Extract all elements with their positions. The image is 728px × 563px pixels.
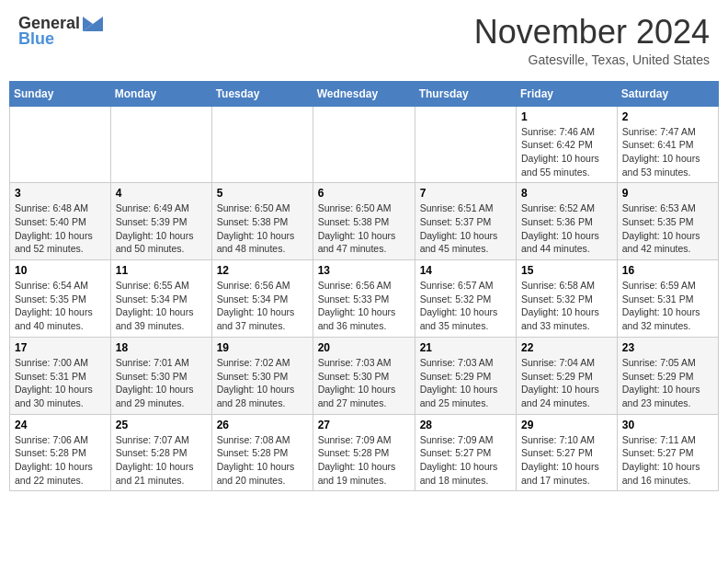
day-info: Sunrise: 6:55 AM Sunset: 5:34 PM Dayligh… xyxy=(116,279,207,333)
month-title: November 2024 xyxy=(474,14,710,51)
day-info: Sunrise: 6:52 AM Sunset: 5:36 PM Dayligh… xyxy=(521,201,612,256)
calendar-cell: 26Sunrise: 7:08 AM Sunset: 5:28 PM Dayli… xyxy=(211,414,313,491)
day-number: 21 xyxy=(420,341,511,354)
day-info: Sunrise: 7:09 AM Sunset: 5:27 PM Dayligh… xyxy=(420,433,511,488)
weekday-header: Friday xyxy=(517,81,618,106)
calendar-cell: 20Sunrise: 7:03 AM Sunset: 5:30 PM Dayli… xyxy=(313,337,415,414)
day-info: Sunrise: 6:57 AM Sunset: 5:32 PM Dayligh… xyxy=(420,279,511,333)
day-number: 10 xyxy=(15,264,106,277)
day-number: 17 xyxy=(15,341,106,354)
day-number: 24 xyxy=(15,419,106,431)
day-number: 19 xyxy=(217,341,308,354)
calendar-cell: 15Sunrise: 6:58 AM Sunset: 5:32 PM Dayli… xyxy=(517,260,618,338)
calendar-week-row: 10Sunrise: 6:54 AM Sunset: 5:35 PM Dayli… xyxy=(10,260,719,338)
calendar-week-row: 1Sunrise: 7:46 AM Sunset: 6:42 PM Daylig… xyxy=(10,106,719,183)
weekday-header: Sunday xyxy=(10,81,111,106)
calendar-cell xyxy=(110,106,211,183)
calendar-cell: 10Sunrise: 6:54 AM Sunset: 5:35 PM Dayli… xyxy=(10,260,111,338)
day-info: Sunrise: 7:09 AM Sunset: 5:28 PM Dayligh… xyxy=(318,433,410,488)
day-number: 28 xyxy=(420,419,511,431)
day-info: Sunrise: 7:06 AM Sunset: 5:28 PM Dayligh… xyxy=(15,433,106,488)
calendar-week-row: 17Sunrise: 7:00 AM Sunset: 5:31 PM Dayli… xyxy=(10,337,719,414)
day-info: Sunrise: 7:04 AM Sunset: 5:29 PM Dayligh… xyxy=(521,356,612,410)
calendar-cell: 24Sunrise: 7:06 AM Sunset: 5:28 PM Dayli… xyxy=(10,414,111,491)
calendar-body: 1Sunrise: 7:46 AM Sunset: 6:42 PM Daylig… xyxy=(10,106,719,491)
day-info: Sunrise: 6:58 AM Sunset: 5:32 PM Dayligh… xyxy=(521,279,612,333)
page-header: General Blue November 2024 Gatesville, T… xyxy=(9,9,719,72)
day-info: Sunrise: 6:59 AM Sunset: 5:31 PM Dayligh… xyxy=(622,279,713,333)
calendar-cell: 22Sunrise: 7:04 AM Sunset: 5:29 PM Dayli… xyxy=(517,337,618,414)
location-text: Gatesville, Texas, United States xyxy=(474,52,710,67)
day-info: Sunrise: 7:11 AM Sunset: 5:27 PM Dayligh… xyxy=(622,433,713,488)
day-number: 15 xyxy=(521,264,612,277)
calendar-cell: 1Sunrise: 7:46 AM Sunset: 6:42 PM Daylig… xyxy=(517,106,618,183)
calendar-cell: 4Sunrise: 6:49 AM Sunset: 5:39 PM Daylig… xyxy=(110,183,211,260)
day-number: 30 xyxy=(622,419,713,431)
calendar-cell: 30Sunrise: 7:11 AM Sunset: 5:27 PM Dayli… xyxy=(617,414,718,491)
calendar-cell: 25Sunrise: 7:07 AM Sunset: 5:28 PM Dayli… xyxy=(110,414,211,491)
day-number: 27 xyxy=(318,419,410,431)
day-info: Sunrise: 6:54 AM Sunset: 5:35 PM Dayligh… xyxy=(15,279,106,333)
day-info: Sunrise: 6:50 AM Sunset: 5:38 PM Dayligh… xyxy=(318,201,410,256)
day-info: Sunrise: 6:53 AM Sunset: 5:35 PM Dayligh… xyxy=(622,201,713,256)
calendar-cell: 9Sunrise: 6:53 AM Sunset: 5:35 PM Daylig… xyxy=(617,183,718,260)
weekday-header: Tuesday xyxy=(211,81,313,106)
day-number: 6 xyxy=(318,187,410,200)
calendar-cell: 18Sunrise: 7:01 AM Sunset: 5:30 PM Dayli… xyxy=(110,337,211,414)
calendar-cell xyxy=(211,106,313,183)
calendar-cell xyxy=(415,106,516,183)
calendar-week-row: 3Sunrise: 6:48 AM Sunset: 5:40 PM Daylig… xyxy=(10,183,719,260)
day-info: Sunrise: 6:51 AM Sunset: 5:37 PM Dayligh… xyxy=(420,201,511,256)
day-number: 12 xyxy=(217,264,308,277)
day-number: 20 xyxy=(318,341,410,354)
weekday-header: Wednesday xyxy=(313,81,415,106)
calendar-header: SundayMondayTuesdayWednesdayThursdayFrid… xyxy=(10,81,719,106)
calendar-cell: 13Sunrise: 6:56 AM Sunset: 5:33 PM Dayli… xyxy=(313,260,415,338)
day-info: Sunrise: 7:08 AM Sunset: 5:28 PM Dayligh… xyxy=(217,433,308,488)
day-info: Sunrise: 7:01 AM Sunset: 5:30 PM Dayligh… xyxy=(116,356,207,410)
day-number: 16 xyxy=(622,264,713,277)
calendar-cell: 3Sunrise: 6:48 AM Sunset: 5:40 PM Daylig… xyxy=(10,183,111,260)
day-info: Sunrise: 7:10 AM Sunset: 5:27 PM Dayligh… xyxy=(521,433,612,488)
calendar-table: SundayMondayTuesdayWednesdayThursdayFrid… xyxy=(9,81,719,492)
day-number: 9 xyxy=(622,187,713,200)
calendar-cell: 16Sunrise: 6:59 AM Sunset: 5:31 PM Dayli… xyxy=(617,260,718,338)
calendar-cell: 23Sunrise: 7:05 AM Sunset: 5:29 PM Dayli… xyxy=(617,337,718,414)
weekday-header: Saturday xyxy=(617,81,718,106)
day-info: Sunrise: 6:56 AM Sunset: 5:34 PM Dayligh… xyxy=(217,279,308,333)
day-info: Sunrise: 7:05 AM Sunset: 5:29 PM Dayligh… xyxy=(622,356,713,410)
day-number: 13 xyxy=(318,264,410,277)
day-number: 11 xyxy=(116,264,207,277)
calendar-cell: 27Sunrise: 7:09 AM Sunset: 5:28 PM Dayli… xyxy=(313,414,415,491)
day-number: 18 xyxy=(116,341,207,354)
weekday-header: Thursday xyxy=(415,81,516,106)
day-info: Sunrise: 7:47 AM Sunset: 6:41 PM Dayligh… xyxy=(622,125,713,179)
calendar-cell: 6Sunrise: 6:50 AM Sunset: 5:38 PM Daylig… xyxy=(313,183,415,260)
day-info: Sunrise: 7:03 AM Sunset: 5:30 PM Dayligh… xyxy=(318,356,410,410)
calendar-cell: 12Sunrise: 6:56 AM Sunset: 5:34 PM Dayli… xyxy=(211,260,313,338)
calendar-cell: 11Sunrise: 6:55 AM Sunset: 5:34 PM Dayli… xyxy=(110,260,211,338)
weekday-row: SundayMondayTuesdayWednesdayThursdayFrid… xyxy=(10,81,719,106)
day-number: 25 xyxy=(116,419,207,431)
logo-blue-text: Blue xyxy=(18,29,54,49)
day-number: 2 xyxy=(622,110,713,123)
calendar-cell: 2Sunrise: 7:47 AM Sunset: 6:41 PM Daylig… xyxy=(617,106,718,183)
calendar-cell: 14Sunrise: 6:57 AM Sunset: 5:32 PM Dayli… xyxy=(415,260,516,338)
day-number: 29 xyxy=(521,419,612,431)
day-info: Sunrise: 7:46 AM Sunset: 6:42 PM Dayligh… xyxy=(521,125,612,179)
logo: General Blue xyxy=(18,14,103,49)
calendar-cell: 28Sunrise: 7:09 AM Sunset: 5:27 PM Dayli… xyxy=(415,414,516,491)
day-number: 8 xyxy=(521,187,612,200)
logo-icon xyxy=(83,15,103,31)
calendar-cell xyxy=(313,106,415,183)
day-number: 23 xyxy=(622,341,713,354)
day-number: 7 xyxy=(420,187,511,200)
calendar-cell: 8Sunrise: 6:52 AM Sunset: 5:36 PM Daylig… xyxy=(517,183,618,260)
day-number: 14 xyxy=(420,264,511,277)
calendar-cell: 17Sunrise: 7:00 AM Sunset: 5:31 PM Dayli… xyxy=(10,337,111,414)
day-number: 5 xyxy=(217,187,308,200)
day-info: Sunrise: 6:56 AM Sunset: 5:33 PM Dayligh… xyxy=(318,279,410,333)
calendar-cell: 7Sunrise: 6:51 AM Sunset: 5:37 PM Daylig… xyxy=(415,183,516,260)
day-number: 4 xyxy=(116,187,207,200)
calendar-week-row: 24Sunrise: 7:06 AM Sunset: 5:28 PM Dayli… xyxy=(10,414,719,491)
